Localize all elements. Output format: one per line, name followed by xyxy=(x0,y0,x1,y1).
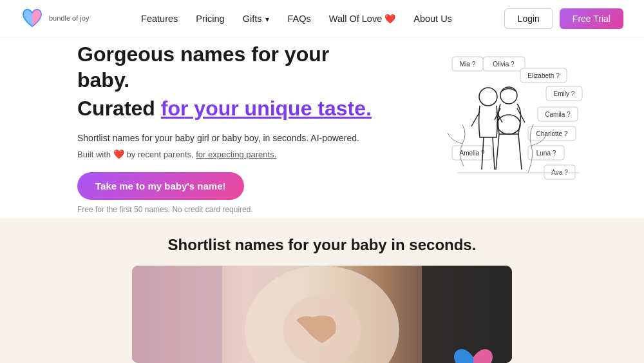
hero-content: Gorgeous names for your baby. Curated fo… xyxy=(77,41,374,214)
nav-item-faqs[interactable]: FAQs xyxy=(287,13,310,25)
svg-text:Mia ?: Mia ? xyxy=(460,61,476,68)
svg-text:Camila ?: Camila ? xyxy=(545,111,571,118)
svg-point-20 xyxy=(497,115,520,134)
logo-icon xyxy=(21,7,44,30)
logo-text: bundle of joy xyxy=(49,14,89,23)
nav-links: Features Pricing Gifts FAQs Wall Of Love… xyxy=(141,13,452,25)
svg-text:Amelia ?: Amelia ? xyxy=(460,150,485,157)
login-button[interactable]: Login xyxy=(504,8,553,29)
second-section-title: Shortlist names for your baby in seconds… xyxy=(168,236,477,254)
baby-names-illustration: Olivia ? Elizabeth ? Emily ? Camila ? Ch… xyxy=(380,50,586,205)
hero-photo xyxy=(132,266,512,363)
nav-link-wall-of-love[interactable]: Wall Of Love ❤️ xyxy=(329,14,395,24)
hero-subtext: Free for the first 50 names. No credit c… xyxy=(77,205,374,214)
svg-point-18 xyxy=(479,88,497,106)
hero-curated-prefix: Curated xyxy=(77,97,161,120)
second-section: Shortlist names for your baby in seconds… xyxy=(0,218,644,363)
nav-actions: Login Free Trial xyxy=(504,8,623,29)
svg-rect-25 xyxy=(132,266,222,363)
nav-link-features[interactable]: Features xyxy=(141,14,178,24)
svg-text:Elizabeth ?: Elizabeth ? xyxy=(527,72,560,79)
hero-description: Shortlist names for your baby girl or ba… xyxy=(77,132,374,145)
heart-icon: ❤️ xyxy=(384,14,395,24)
hero-section: Gorgeous names for your baby. Curated fo… xyxy=(0,37,644,218)
svg-text:Olivia ?: Olivia ? xyxy=(493,61,515,68)
svg-text:Luna ?: Luna ? xyxy=(536,150,556,157)
svg-rect-26 xyxy=(422,266,512,363)
photo-illustration xyxy=(132,266,512,363)
hero-title-line2: Curated for your unique taste. xyxy=(77,95,374,121)
gifts-chevron-icon xyxy=(264,14,269,24)
nav-item-wall-of-love[interactable]: Wall Of Love ❤️ xyxy=(329,14,395,24)
nav-link-gifts[interactable]: Gifts xyxy=(243,14,270,24)
svg-point-19 xyxy=(500,87,517,104)
cta-button[interactable]: Take me to my baby's name! xyxy=(77,172,244,200)
free-trial-button[interactable]: Free Trial xyxy=(560,8,623,29)
nav-item-pricing[interactable]: Pricing xyxy=(196,13,224,25)
svg-text:Charlotte ?: Charlotte ? xyxy=(536,130,568,137)
logo-link[interactable]: bundle of joy xyxy=(21,7,89,30)
nav-item-about-us[interactable]: About Us xyxy=(413,13,452,25)
svg-text:Emily ?: Emily ? xyxy=(554,90,575,97)
nav-item-gifts[interactable]: Gifts xyxy=(243,14,270,24)
hero-illustration: Olivia ? Elizabeth ? Emily ? Camila ? Ch… xyxy=(374,44,592,211)
heart-inline-icon: ❤️ xyxy=(113,149,127,159)
navbar: bundle of joy Features Pricing Gifts FAQ… xyxy=(0,0,644,37)
nav-link-faqs[interactable]: FAQs xyxy=(287,14,310,24)
hero-title-line1: Gorgeous names for your baby. xyxy=(77,41,374,93)
hero-built-with: Built with ❤️ by recent parents, for exp… xyxy=(77,149,374,159)
expecting-parents-link[interactable]: for expecting parents. xyxy=(196,150,276,159)
nav-item-features[interactable]: Features xyxy=(141,13,178,25)
nav-link-pricing[interactable]: Pricing xyxy=(196,14,224,24)
hero-taste-link[interactable]: for your unique taste. xyxy=(161,97,372,120)
nav-link-about-us[interactable]: About Us xyxy=(413,14,452,24)
